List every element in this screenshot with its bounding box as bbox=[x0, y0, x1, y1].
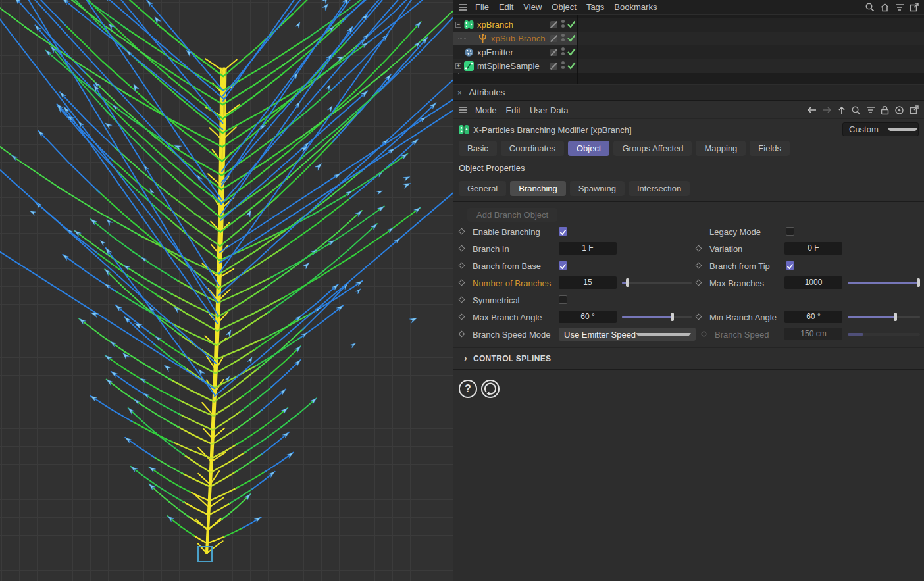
keyframe-diamond[interactable] bbox=[459, 331, 465, 338]
search-icon[interactable] bbox=[851, 105, 861, 115]
forward-icon[interactable] bbox=[822, 106, 833, 114]
tab-object[interactable]: Object bbox=[568, 141, 610, 156]
param-label: Number of Branches bbox=[473, 278, 551, 288]
menu-file[interactable]: File bbox=[475, 2, 489, 12]
branch-from-tip-checkbox[interactable] bbox=[786, 261, 794, 270]
object-name[interactable]: mtSplineSample bbox=[477, 61, 540, 71]
add-branch-object-button[interactable]: Add Branch Object bbox=[467, 208, 557, 222]
tab-coordinates[interactable]: Coordinates bbox=[501, 141, 564, 156]
object-name[interactable]: xpSub-Branch bbox=[491, 34, 545, 43]
max-branch-angle-field[interactable]: 60 ° bbox=[559, 311, 617, 323]
attributes-panel-header[interactable]: × Attributes bbox=[453, 85, 924, 101]
menu-user-data[interactable]: User Data bbox=[530, 105, 569, 115]
keyframe-diamond[interactable] bbox=[696, 263, 702, 269]
menu-bookmarks[interactable]: Bookmarks bbox=[614, 2, 657, 12]
popout-icon[interactable] bbox=[910, 105, 919, 114]
enabled-check-icon[interactable] bbox=[567, 61, 576, 72]
filter-icon[interactable] bbox=[895, 3, 904, 11]
chevron-down-icon[interactable] bbox=[881, 123, 919, 136]
enabled-check-icon[interactable] bbox=[567, 34, 576, 44]
max-branches-slider[interactable] bbox=[848, 278, 920, 287]
object-name[interactable]: xpBranch bbox=[477, 20, 513, 30]
visibility-dots[interactable] bbox=[561, 34, 565, 41]
layer-swatch[interactable] bbox=[550, 49, 557, 56]
subtab-intersection[interactable]: Intersection bbox=[629, 181, 690, 196]
hamburger-icon[interactable] bbox=[458, 3, 467, 11]
legacy-mode-checkbox[interactable] bbox=[786, 227, 794, 236]
object-row-xpemitter[interactable]: xpEmitter bbox=[453, 45, 924, 59]
home-icon[interactable] bbox=[880, 3, 890, 12]
menu-mode[interactable]: Mode bbox=[475, 105, 497, 115]
hamburger-icon[interactable] bbox=[458, 106, 467, 114]
visibility-dots[interactable] bbox=[561, 20, 565, 28]
number-of-branches-field[interactable]: 15 bbox=[559, 276, 617, 289]
keyframe-diamond[interactable] bbox=[459, 263, 465, 269]
object-row-xpsub-branch[interactable]: xpSub-Branch bbox=[453, 32, 924, 45]
search-icon[interactable] bbox=[865, 2, 875, 12]
menu-edit[interactable]: Edit bbox=[499, 2, 513, 12]
keyframe-diamond[interactable] bbox=[696, 245, 702, 252]
lock-icon[interactable] bbox=[881, 105, 889, 115]
enabled-check-icon[interactable] bbox=[567, 47, 576, 58]
enable-branching-checkbox[interactable] bbox=[559, 227, 567, 236]
branch-speed-mode-dropdown[interactable]: Use Emitter Speed bbox=[559, 328, 696, 341]
branch-from-base-checkbox[interactable] bbox=[559, 261, 567, 270]
enabled-check-icon[interactable] bbox=[567, 20, 576, 30]
menu-view[interactable]: View bbox=[523, 2, 542, 12]
param-label: Max Branch Angle bbox=[473, 313, 542, 322]
visibility-dots[interactable] bbox=[561, 61, 565, 69]
popout-icon[interactable] bbox=[910, 3, 919, 12]
menu-edit[interactable]: Edit bbox=[506, 105, 521, 115]
keyframe-diamond[interactable] bbox=[459, 297, 465, 303]
subtab-spawning[interactable]: Spawning bbox=[570, 181, 625, 196]
preset-dropdown[interactable]: Custom bbox=[842, 122, 919, 136]
object-name[interactable]: xpEmitter bbox=[477, 47, 513, 57]
control-splines-group[interactable]: › CONTROL SPLINES bbox=[453, 353, 924, 365]
menu-object[interactable]: Object bbox=[552, 2, 577, 12]
close-icon[interactable]: × bbox=[457, 89, 461, 97]
keyframe-diamond[interactable] bbox=[459, 314, 465, 320]
tab-mapping[interactable]: Mapping bbox=[696, 141, 746, 156]
3d-viewport[interactable] bbox=[0, 0, 453, 581]
keyframe-diamond[interactable] bbox=[459, 245, 465, 252]
mtsplinesample-icon bbox=[464, 61, 474, 73]
min-branch-angle-field[interactable]: 60 ° bbox=[784, 311, 842, 323]
layer-swatch[interactable] bbox=[550, 63, 557, 70]
object-row-mtsplinesample[interactable]: + mtSplineSample bbox=[453, 59, 924, 73]
subtab-branching[interactable]: Branching bbox=[510, 181, 566, 196]
collapse-icon[interactable]: − bbox=[455, 22, 461, 28]
filter-icon[interactable] bbox=[866, 106, 875, 114]
subtab-general[interactable]: General bbox=[459, 181, 506, 196]
tab-basic[interactable]: Basic bbox=[459, 141, 497, 156]
tab-fields[interactable]: Fields bbox=[750, 141, 790, 156]
object-manager: − xpBranch xpSub-Branch xpEmitter bbox=[453, 15, 924, 84]
reset-icon[interactable] bbox=[481, 380, 500, 398]
target-icon[interactable] bbox=[894, 105, 904, 115]
param-label: Branch from Tip bbox=[709, 261, 770, 271]
symmetrical-checkbox[interactable] bbox=[559, 295, 567, 304]
branch-in-field[interactable]: 1 F bbox=[559, 242, 617, 255]
expand-icon[interactable]: + bbox=[455, 63, 461, 69]
keyframe-diamond[interactable] bbox=[696, 314, 702, 320]
object-row-xpbranch[interactable]: − xpBranch bbox=[453, 18, 924, 32]
visibility-dots[interactable] bbox=[561, 47, 565, 55]
menu-tags[interactable]: Tags bbox=[586, 2, 604, 12]
keyframe-diamond[interactable] bbox=[459, 228, 465, 235]
branch-speed-mode-value: Use Emitter Speed bbox=[559, 330, 636, 340]
layer-swatch[interactable] bbox=[550, 35, 557, 42]
max-branches-field[interactable]: 1000 bbox=[784, 276, 842, 289]
number-of-branches-slider[interactable] bbox=[622, 278, 692, 287]
variation-field[interactable]: 0 F bbox=[784, 242, 842, 255]
chevron-right-icon[interactable]: › bbox=[464, 353, 467, 363]
chevron-down-icon bbox=[636, 333, 691, 336]
up-icon[interactable] bbox=[838, 105, 846, 114]
branch-speed-slider bbox=[848, 330, 920, 338]
max-branch-angle-slider[interactable] bbox=[622, 313, 692, 321]
back-icon[interactable] bbox=[806, 106, 817, 114]
keyframe-diamond[interactable] bbox=[696, 280, 702, 286]
tab-groups-affected[interactable]: Groups Affected bbox=[613, 141, 692, 156]
min-branch-angle-slider[interactable] bbox=[848, 313, 920, 321]
keyframe-diamond[interactable] bbox=[459, 280, 465, 286]
layer-swatch[interactable] bbox=[550, 21, 557, 28]
help-icon[interactable]: ? bbox=[459, 380, 477, 398]
